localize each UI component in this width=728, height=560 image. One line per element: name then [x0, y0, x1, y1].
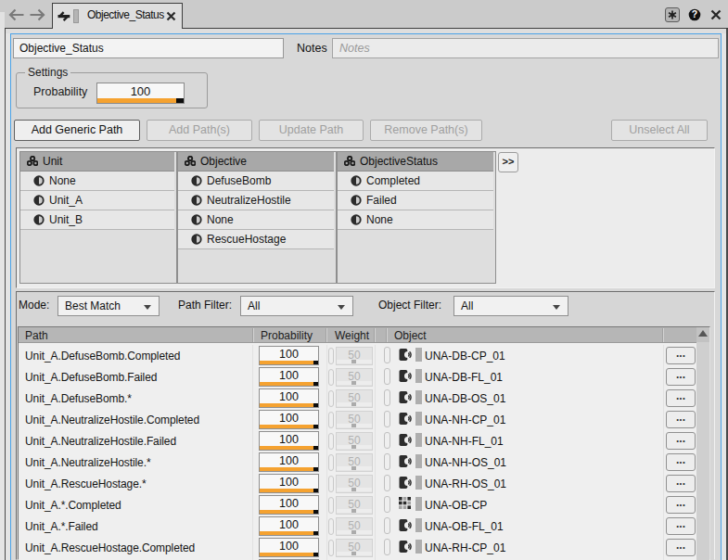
svg-text:?: ?	[692, 8, 697, 19]
